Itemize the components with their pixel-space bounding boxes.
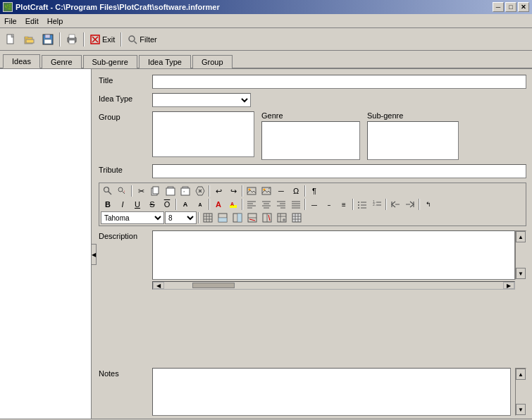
- tribute-input[interactable]: [152, 164, 526, 178]
- rte-copy-btn[interactable]: [149, 185, 163, 197]
- new-button[interactable]: [3, 31, 20, 48]
- rte-bold-btn[interactable]: B: [101, 198, 115, 211]
- desc-hscroll-left[interactable]: ◀: [153, 282, 164, 289]
- svg-rect-22: [153, 187, 159, 194]
- rte-image-btn[interactable]: [245, 185, 259, 197]
- sidebar: ◀: [0, 69, 92, 419]
- tab-subgenre[interactable]: Sub-genre: [83, 55, 137, 68]
- tab-ideatype[interactable]: Idea Type: [139, 55, 191, 68]
- rte-alignright-btn[interactable]: [274, 198, 288, 211]
- group-textarea[interactable]: [152, 111, 254, 157]
- menu-file[interactable]: File: [0, 16, 21, 27]
- rte-tabledelcol-btn[interactable]: [260, 211, 274, 224]
- svg-rect-9: [69, 35, 75, 38]
- rte-imgmgr-btn[interactable]: ✓: [259, 185, 273, 197]
- tab-ideas[interactable]: Ideas: [3, 54, 40, 68]
- desc-scroll-up[interactable]: ▲: [516, 231, 526, 242]
- main-area: ◀ Title Idea Type Group Genre: [0, 69, 532, 419]
- rte-tablecol-btn[interactable]: [230, 211, 245, 224]
- rte-tablefull-btn[interactable]: [290, 211, 304, 224]
- rte-fontsizesm-btn[interactable]: A: [193, 198, 207, 211]
- rte-indent-dec-btn[interactable]: [388, 198, 402, 211]
- rte-underline-btn[interactable]: U: [130, 198, 144, 211]
- rte-delete-btn[interactable]: [193, 185, 207, 197]
- rte-para-btn[interactable]: ¶: [307, 185, 321, 197]
- rte-alignleft-btn[interactable]: [245, 198, 259, 211]
- desc-scroll-down[interactable]: ▼: [516, 268, 526, 279]
- toolbar-sep-1: [59, 32, 61, 47]
- toolbar-sep-3: [120, 32, 122, 47]
- open-button[interactable]: [21, 31, 38, 48]
- rte-ol-btn[interactable]: 1.2.: [370, 198, 384, 211]
- rte-italic-btn[interactable]: I: [116, 198, 130, 211]
- rte-cut-btn[interactable]: ✂: [134, 185, 148, 197]
- notes-label: Notes: [99, 368, 148, 378]
- svg-rect-31: [247, 187, 256, 194]
- rte-rtl-btn[interactable]: ↰: [421, 198, 435, 211]
- save-button[interactable]: [39, 31, 56, 48]
- rte-tablerow-btn[interactable]: [216, 211, 230, 224]
- notes-scroll-up[interactable]: ▲: [516, 369, 526, 380]
- rte-dash3-btn[interactable]: ≡: [337, 198, 351, 211]
- menu-help[interactable]: Help: [43, 16, 68, 27]
- exit-button[interactable]: Exit: [87, 33, 118, 46]
- rte-paste-btn[interactable]: [163, 185, 178, 197]
- title-row: Title: [99, 75, 526, 89]
- svg-point-16: [104, 187, 109, 192]
- filter-button[interactable]: Filter: [125, 33, 159, 46]
- description-textarea[interactable]: [152, 230, 515, 280]
- rte-table-btn[interactable]: [201, 211, 215, 224]
- menu-bar: File Edit Help: [0, 14, 532, 28]
- rte-undo-btn[interactable]: ↩: [211, 185, 225, 197]
- rte-tableset-btn[interactable]: [275, 211, 289, 224]
- rte-size-select[interactable]: 8: [165, 211, 197, 224]
- description-scrollbar-v[interactable]: ▲ ▼: [515, 230, 526, 280]
- rte-strike-btn[interactable]: S: [145, 198, 159, 211]
- close-button[interactable]: ✕: [518, 2, 529, 12]
- toolbar-sep-2: [83, 32, 85, 47]
- rte-font-select[interactable]: Tahoma: [101, 211, 164, 224]
- filter-label: Filter: [140, 35, 156, 44]
- rte-redo-btn[interactable]: ↪: [226, 185, 240, 197]
- ideatype-select[interactable]: [152, 93, 251, 107]
- minimize-button[interactable]: ─: [493, 2, 504, 12]
- print-button[interactable]: [63, 31, 80, 48]
- notes-scroll-down[interactable]: ▼: [516, 404, 526, 415]
- title-label: Title: [99, 75, 148, 85]
- sidebar-collapse-btn[interactable]: ◀: [91, 244, 97, 265]
- rte-pastespecial-btn[interactable]: *: [178, 185, 192, 197]
- maximize-button[interactable]: □: [505, 2, 516, 12]
- tribute-label: Tribute: [99, 164, 148, 174]
- svg-rect-26: [181, 188, 190, 195]
- rte-special-btn[interactable]: Ω: [289, 185, 303, 197]
- svg-rect-4: [26, 39, 34, 43]
- toolbar: Exit Filter: [0, 28, 532, 51]
- rte-dash1-btn[interactable]: —: [307, 198, 321, 211]
- rte-findreplace-btn[interactable]: ↓: [116, 185, 130, 197]
- rte-highlight-btn[interactable]: A: [226, 198, 240, 211]
- rte-hline-btn[interactable]: ─: [274, 185, 288, 197]
- app-icon: 🌿: [3, 2, 13, 12]
- rte-ul-btn[interactable]: [355, 198, 369, 211]
- rte-fontsize-btn[interactable]: A: [178, 198, 192, 211]
- description-row: Description ▲ ▼ ◀ ▶: [99, 230, 526, 362]
- svg-point-56: [358, 204, 359, 206]
- rte-overline-btn[interactable]: O: [160, 198, 174, 211]
- rte-aligncenter-btn[interactable]: [259, 198, 273, 211]
- rte-find-btn[interactable]: [101, 185, 115, 197]
- svg-line-81: [249, 219, 255, 221]
- genre-textarea[interactable]: [261, 121, 360, 160]
- tab-genre[interactable]: Genre: [42, 55, 82, 68]
- subgenre-textarea[interactable]: [367, 121, 459, 160]
- menu-edit[interactable]: Edit: [21, 16, 43, 27]
- rte-indent-inc-btn[interactable]: [403, 198, 417, 211]
- rte-tabledelrow-btn[interactable]: [245, 211, 259, 224]
- rte-fontcolor-btn[interactable]: A: [211, 198, 225, 211]
- notes-scrollbar-v[interactable]: ▲ ▼: [515, 368, 526, 416]
- desc-hscroll-right[interactable]: ▶: [503, 282, 514, 289]
- title-input[interactable]: [152, 75, 526, 89]
- rte-dash2-btn[interactable]: –: [322, 198, 336, 211]
- rte-justify-btn[interactable]: [289, 198, 303, 211]
- tab-group[interactable]: Group: [192, 55, 233, 68]
- notes-textarea[interactable]: [152, 368, 511, 416]
